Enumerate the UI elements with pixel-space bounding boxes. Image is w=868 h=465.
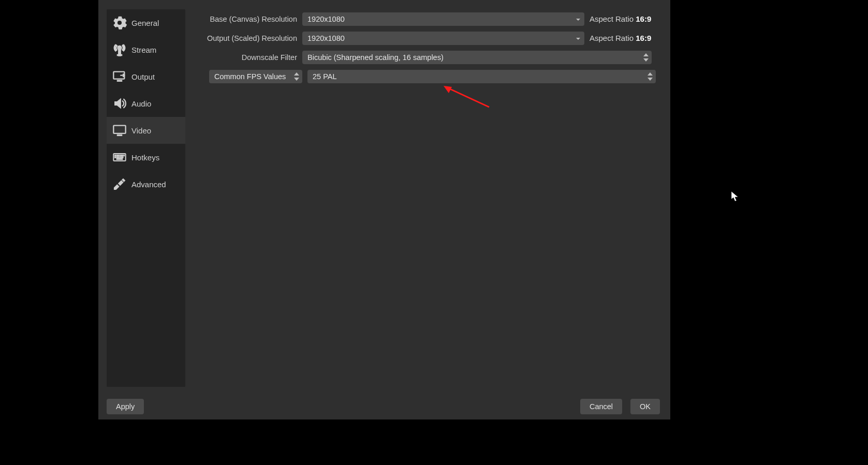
svg-rect-13 xyxy=(115,157,116,158)
aspect-output: Aspect Ratio 16:9 xyxy=(590,34,651,42)
value-output-resolution: 1920x1080 xyxy=(307,34,345,42)
gear-icon xyxy=(110,13,129,33)
settings-window: General Stream Output Audio xyxy=(98,0,670,419)
row-base-resolution: Base (Canvas) Resolution 1920x1080 Aspec… xyxy=(193,9,663,28)
chevron-down-icon xyxy=(575,35,581,41)
antenna-icon xyxy=(110,40,129,59)
ok-button[interactable]: OK xyxy=(630,399,660,414)
sidebar-item-output[interactable]: Output xyxy=(107,63,185,90)
value-fps: 25 PAL xyxy=(313,72,337,81)
svg-rect-10 xyxy=(120,155,121,156)
sidebar-label-general: General xyxy=(131,19,159,27)
video-settings-panel: Base (Canvas) Resolution 1920x1080 Aspec… xyxy=(193,9,663,86)
value-downscale-filter: Bicubic (Sharpened scaling, 16 samples) xyxy=(307,53,444,62)
svg-rect-17 xyxy=(122,157,123,158)
annotation-arrow-icon xyxy=(443,84,494,110)
label-base-resolution: Base (Canvas) Resolution xyxy=(193,15,302,23)
aspect-base: Aspect Ratio 16:9 xyxy=(590,14,651,23)
settings-footer: Apply Cancel OK xyxy=(98,393,670,419)
stepper-arrows-icon xyxy=(648,72,653,81)
sidebar-label-hotkeys: Hotkeys xyxy=(131,153,159,162)
svg-rect-8 xyxy=(116,155,117,156)
svg-rect-15 xyxy=(119,157,120,158)
value-fps-type: Common FPS Values xyxy=(214,72,286,81)
svg-rect-18 xyxy=(116,158,123,159)
sidebar-label-stream: Stream xyxy=(131,46,156,54)
output-icon xyxy=(110,67,129,86)
stepper-arrows-icon xyxy=(643,53,649,62)
speaker-icon xyxy=(110,94,129,113)
tools-icon xyxy=(110,174,129,194)
cursor-icon xyxy=(731,191,740,202)
monitor-icon xyxy=(110,121,129,140)
stepper-arrows-icon xyxy=(294,72,299,81)
settings-sidebar: General Stream Output Audio xyxy=(107,9,185,387)
svg-rect-4 xyxy=(113,126,125,133)
sidebar-item-stream[interactable]: Stream xyxy=(107,36,185,63)
sidebar-label-audio: Audio xyxy=(131,99,151,108)
sidebar-item-advanced[interactable]: Advanced xyxy=(107,171,185,198)
select-fps-value[interactable]: 25 PAL xyxy=(307,70,656,83)
sidebar-label-output: Output xyxy=(131,72,155,81)
row-fps: Common FPS Values 25 PAL xyxy=(193,67,663,86)
svg-rect-12 xyxy=(124,155,124,156)
sidebar-item-hotkeys[interactable]: Hotkeys xyxy=(107,144,185,171)
svg-rect-16 xyxy=(120,157,121,158)
svg-point-0 xyxy=(119,46,121,49)
svg-rect-5 xyxy=(117,134,122,136)
svg-rect-9 xyxy=(119,155,120,156)
sidebar-label-video: Video xyxy=(131,126,151,135)
sidebar-item-general[interactable]: General xyxy=(107,9,185,36)
row-output-resolution: Output (Scaled) Resolution 1920x1080 Asp… xyxy=(193,28,663,48)
svg-rect-11 xyxy=(122,155,123,156)
apply-button[interactable]: Apply xyxy=(107,399,144,414)
sidebar-item-audio[interactable]: Audio xyxy=(107,90,185,117)
select-output-resolution[interactable]: 1920x1080 xyxy=(302,32,584,45)
select-fps-type[interactable]: Common FPS Values xyxy=(209,70,302,83)
app-viewport: General Stream Output Audio xyxy=(0,0,868,465)
select-downscale-filter[interactable]: Bicubic (Sharpened scaling, 16 samples) xyxy=(302,51,652,64)
chevron-down-icon xyxy=(575,16,581,22)
keyboard-icon xyxy=(110,147,129,167)
sidebar-label-advanced: Advanced xyxy=(131,180,166,189)
svg-rect-7 xyxy=(115,155,116,156)
svg-line-19 xyxy=(448,88,489,107)
svg-marker-20 xyxy=(444,86,452,93)
footer-right-group: Cancel OK xyxy=(580,399,660,414)
sidebar-item-video[interactable]: Video xyxy=(107,117,185,144)
select-base-resolution[interactable]: 1920x1080 xyxy=(302,12,584,26)
svg-rect-3 xyxy=(117,80,122,81)
svg-rect-14 xyxy=(116,157,117,158)
value-base-resolution: 1920x1080 xyxy=(307,15,345,23)
cancel-button[interactable]: Cancel xyxy=(580,399,622,414)
row-downscale-filter: Downscale Filter Bicubic (Sharpened scal… xyxy=(193,48,663,67)
label-output-resolution: Output (Scaled) Resolution xyxy=(193,34,302,42)
label-downscale-filter: Downscale Filter xyxy=(193,53,302,62)
